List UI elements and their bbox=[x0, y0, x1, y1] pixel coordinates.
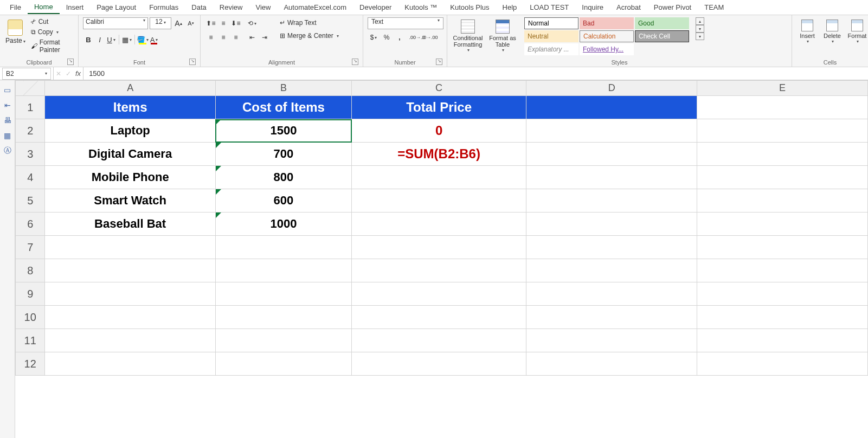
style-bad[interactable]: Bad bbox=[580, 17, 634, 29]
paste-button[interactable]: Paste▾ bbox=[4, 17, 27, 46]
style-normal[interactable]: Normal bbox=[524, 17, 578, 29]
format-as-table-icon bbox=[496, 20, 510, 34]
clipboard-launcher[interactable]: ↘ bbox=[67, 59, 74, 65]
formula-input[interactable]: 1500 bbox=[83, 69, 868, 78]
menu-automateexcel-com[interactable]: AutomateExcel.com bbox=[277, 1, 353, 14]
enter-formula-button[interactable]: ✓ bbox=[66, 70, 71, 78]
gallery-scroll[interactable]: ▴ ▾ ▾ bbox=[696, 17, 704, 40]
bold-button[interactable]: B bbox=[83, 34, 94, 46]
percent-button[interactable]: % bbox=[381, 31, 393, 43]
increase-font-button[interactable]: A▴ bbox=[173, 17, 184, 29]
italic-button[interactable]: I bbox=[94, 34, 105, 46]
underline-button[interactable]: U▾ bbox=[106, 34, 117, 46]
menu-home[interactable]: Home bbox=[28, 1, 60, 14]
alignment-launcher[interactable]: ↘ bbox=[352, 59, 358, 65]
menu-acrobat[interactable]: Acrobat bbox=[610, 1, 647, 14]
menu-data[interactable]: Data bbox=[185, 1, 213, 14]
menu-load-test[interactable]: LOAD TEST bbox=[523, 1, 575, 14]
menu-formulas[interactable]: Formulas bbox=[143, 1, 185, 14]
menu-kutools-plus[interactable]: Kutools Plus bbox=[443, 1, 496, 14]
borders-button[interactable]: ▦▾ bbox=[121, 34, 132, 46]
cancel-formula-button[interactable]: ✕ bbox=[56, 70, 61, 78]
merge-center-button[interactable]: ⊞Merge & Center ▾ bbox=[276, 30, 343, 41]
font-name-select[interactable]: Calibri▾ bbox=[83, 17, 148, 29]
style-expl[interactable]: Explanatory ... bbox=[524, 43, 578, 55]
number-launcher[interactable]: ↘ bbox=[436, 59, 442, 65]
style-check[interactable]: Check Cell bbox=[635, 30, 689, 42]
cell-styles-gallery: NormalBadGoodNeutralCalculationCheck Cel… bbox=[524, 17, 692, 55]
orientation-button[interactable]: ⟲▾ bbox=[246, 17, 258, 29]
conditional-formatting-label: Conditional Formatting bbox=[452, 35, 484, 48]
cut-label: Cut bbox=[38, 18, 49, 25]
menu-review[interactable]: Review bbox=[213, 1, 249, 14]
font-group-label: Font bbox=[133, 59, 145, 66]
increase-decimal-button[interactable]: .00→.0 bbox=[411, 31, 423, 43]
group-alignment: ⬆≡ ≡ ⬇≡ ⟲▾ ≡ ≡ ≡ ⇤ ⇥ ↵Wrap Text ⊞Merge & bbox=[201, 15, 363, 67]
number-group-label: Number bbox=[394, 59, 415, 66]
conditional-formatting-icon bbox=[461, 20, 475, 34]
insert-cells-button[interactable]: Insert▾ bbox=[796, 17, 818, 44]
menu-insert[interactable]: Insert bbox=[60, 1, 91, 14]
number-format-value: Text bbox=[371, 18, 383, 25]
style-calc[interactable]: Calculation bbox=[580, 30, 634, 42]
copy-icon: ⧉ bbox=[31, 28, 36, 36]
copy-button[interactable]: ⧉Copy ▾ bbox=[29, 28, 74, 36]
menu-file[interactable]: File bbox=[3, 1, 28, 14]
format-cells-button[interactable]: Format▾ bbox=[846, 17, 868, 44]
decrease-indent-button[interactable]: ⇤ bbox=[246, 31, 258, 43]
menu-inquire[interactable]: Inquire bbox=[575, 1, 610, 14]
group-styles: Conditional Formatting▾ Format as Table▾… bbox=[447, 15, 792, 67]
fill-color-button[interactable]: 🪣▾ bbox=[137, 34, 148, 46]
name-box[interactable]: B2▾ bbox=[2, 68, 51, 80]
group-font: Calibri▾ 12▾ A▴ A▾ B I U▾ ▦▾ 🪣▾ A▾ Font↘ bbox=[79, 15, 201, 67]
menu-bar: FileHomeInsertPage LayoutFormulasDataRev… bbox=[0, 0, 868, 15]
delete-label: Delete bbox=[824, 33, 841, 39]
number-format-select[interactable]: Text▾ bbox=[368, 17, 443, 29]
font-color-button[interactable]: A▾ bbox=[149, 34, 159, 46]
align-middle-button[interactable]: ≡ bbox=[217, 17, 229, 29]
style-good[interactable]: Good bbox=[635, 17, 689, 29]
align-top-button[interactable]: ⬆≡ bbox=[205, 17, 217, 29]
menu-kutools-[interactable]: Kutools ™ bbox=[398, 1, 443, 14]
style-follow[interactable]: Followed Hy... bbox=[580, 43, 634, 55]
style-neutral[interactable]: Neutral bbox=[524, 30, 578, 42]
align-right-button[interactable]: ≡ bbox=[230, 31, 242, 43]
format-as-table-button[interactable]: Format as Table▾ bbox=[486, 17, 519, 53]
format-as-table-label: Format as Table bbox=[486, 35, 519, 48]
menu-view[interactable]: View bbox=[249, 1, 277, 14]
menu-power-pivot[interactable]: Power Pivot bbox=[647, 1, 698, 14]
format-label: Format bbox=[848, 33, 867, 39]
gallery-up[interactable]: ▴ bbox=[696, 17, 704, 25]
clipboard-group-label: Clipboard bbox=[26, 59, 52, 66]
menu-developer[interactable]: Developer bbox=[353, 1, 398, 14]
wrap-icon: ↵ bbox=[280, 19, 285, 27]
font-launcher[interactable]: ↘ bbox=[189, 59, 196, 65]
font-size-select[interactable]: 12▾ bbox=[150, 17, 171, 29]
alignment-group-label: Alignment bbox=[268, 59, 295, 66]
fx-button[interactable]: fx bbox=[75, 69, 81, 78]
format-painter-button[interactable]: 🖌Format Painter bbox=[29, 38, 74, 54]
cut-button[interactable]: ✂Cut bbox=[29, 17, 74, 26]
increase-indent-button[interactable]: ⇥ bbox=[259, 31, 271, 43]
formula-input-value: 1500 bbox=[89, 69, 105, 78]
group-number: Text▾ $▾ % , .00→.0 .0→.00 Number↘ bbox=[363, 15, 447, 67]
menu-team[interactable]: TEAM bbox=[698, 1, 730, 14]
menu-page-layout[interactable]: Page Layout bbox=[90, 1, 143, 14]
align-bottom-button[interactable]: ⬇≡ bbox=[230, 17, 242, 29]
delete-cells-button[interactable]: Delete▾ bbox=[821, 17, 843, 44]
align-center-button[interactable]: ≡ bbox=[217, 31, 229, 43]
menu-help[interactable]: Help bbox=[496, 1, 524, 14]
accounting-button[interactable]: $▾ bbox=[368, 31, 380, 43]
gallery-more[interactable]: ▾ bbox=[696, 33, 704, 40]
wrap-text-button[interactable]: ↵Wrap Text bbox=[276, 17, 343, 28]
font-size-value: 12 bbox=[155, 18, 162, 25]
comma-button[interactable]: , bbox=[394, 31, 406, 43]
decrease-decimal-button[interactable]: .0→.00 bbox=[424, 31, 436, 43]
gallery-down[interactable]: ▾ bbox=[696, 25, 704, 33]
decrease-font-button[interactable]: A▾ bbox=[185, 17, 196, 29]
formula-bar: B2▾ ✕ ✓ fx 1500 bbox=[0, 67, 868, 80]
conditional-formatting-button[interactable]: Conditional Formatting▾ bbox=[452, 17, 484, 53]
align-left-button[interactable]: ≡ bbox=[205, 31, 217, 43]
delete-icon bbox=[826, 20, 838, 31]
group-cells: Insert▾ Delete▾ Format▾ Cells bbox=[792, 15, 868, 67]
